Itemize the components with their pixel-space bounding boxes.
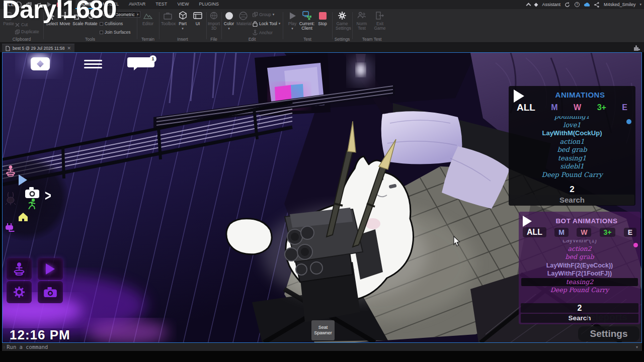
play-icon[interactable] (19, 174, 27, 186)
filter-tab[interactable]: E (622, 103, 627, 112)
ribbon-tab[interactable]: MODEL (99, 0, 122, 9)
animation-item[interactable]: pounding1 (554, 116, 590, 121)
lock-tool-button[interactable]: Lock Tool ▾ (253, 21, 280, 27)
expand-chevron[interactable]: > (45, 187, 51, 205)
animation-item[interactable]: teasing2 (521, 278, 638, 287)
filter-tab[interactable]: ALL (517, 102, 535, 113)
animation-item[interactable]: LayWithF(1) (562, 240, 597, 245)
animation-item[interactable]: love1 (563, 121, 581, 130)
exit-game-button[interactable]: Exit Game (373, 11, 386, 31)
animation-item[interactable]: bed grab (566, 253, 594, 261)
document-tab[interactable]: best 5 @ 29 Jul 2025 11:58 ✕ (2, 44, 74, 52)
animation-item[interactable]: action1 (560, 138, 585, 146)
sync-icon[interactable] (565, 2, 571, 8)
animation-item[interactable]: sidebl1 (560, 162, 584, 171)
current-client-button[interactable]: Current: Client (299, 11, 315, 31)
home-icon[interactable] (18, 212, 29, 222)
toolbox-button[interactable]: Toolbox (161, 11, 174, 26)
animation-item[interactable]: LayWithF(2(EyeCock)) (546, 261, 613, 270)
filter-tab[interactable]: E (624, 228, 636, 237)
filter-tab[interactable]: 3+ (597, 103, 606, 112)
stop-button[interactable]: Stop (316, 11, 329, 26)
undo-icon[interactable] (66, 2, 72, 8)
command-input[interactable]: Run a command (7, 344, 48, 350)
filter-tab[interactable]: M (551, 103, 557, 112)
play-button[interactable]: Play ▾ (286, 11, 299, 31)
select-tool-button[interactable]: Select (45, 11, 58, 26)
move-tool-button[interactable]: Move (58, 11, 71, 26)
filter-tab[interactable]: 3+ (600, 228, 616, 237)
open-icon[interactable] (26, 2, 32, 8)
animation-item[interactable]: LayWithF(2(1FootFJ)) (547, 269, 612, 278)
material-button[interactable]: Material (236, 11, 250, 26)
ribbon-tab[interactable]: PLUGINS (195, 0, 222, 9)
filter-tab[interactable]: M (554, 228, 569, 237)
rotate-tool-button[interactable]: Rotate (85, 11, 98, 26)
search-button[interactable]: Search (510, 195, 634, 205)
group-button[interactable]: Group ▾ (253, 12, 274, 17)
part-caret-icon[interactable]: ▾ (176, 26, 189, 31)
help-icon[interactable]: ? (575, 2, 580, 7)
close-tab-icon[interactable]: ✕ (67, 46, 71, 51)
assistant-button[interactable]: Assistant (542, 2, 560, 7)
import-3d-button[interactable]: Import 3D (207, 11, 220, 31)
new-file-icon[interactable] (16, 2, 22, 8)
animation-item[interactable]: action2 (568, 245, 591, 253)
seat-spawner-label[interactable]: Seat Spawner (311, 320, 335, 340)
filter-tab[interactable]: ALL (523, 227, 546, 237)
norm-test-button[interactable]: Norm Test (355, 11, 368, 31)
scrollbar-thumb[interactable] (626, 119, 631, 124)
animation-item[interactable]: bed grab (557, 146, 587, 154)
ui-button[interactable]: UI (191, 11, 204, 26)
game-settings-button[interactable]: Game Settings (336, 11, 349, 31)
menu-icon[interactable] (84, 60, 102, 70)
collapse-ribbon-icon[interactable] (526, 3, 531, 8)
paste-button[interactable]: Paste (2, 11, 15, 26)
run-icon[interactable] (27, 199, 37, 210)
animation-item[interactable]: teasing1 (558, 154, 586, 163)
animations-quick-button[interactable] (7, 258, 32, 280)
settings-button[interactable]: Settings (578, 326, 639, 341)
roblox-logo-icon[interactable] (31, 57, 50, 72)
play-bot-animation-button[interactable] (523, 216, 532, 227)
join-surfaces-checkbox[interactable]: Join Surfaces (100, 30, 131, 35)
ribbon-tab[interactable]: VIEW (174, 0, 192, 9)
play-icon[interactable] (46, 2, 52, 8)
character-icon[interactable] (6, 165, 16, 176)
animation-item[interactable]: Deep Pound Carry (542, 171, 603, 179)
username[interactable]: M4sked_Smiley (604, 2, 636, 7)
part-button[interactable]: Part ▾ (176, 11, 189, 31)
filter-tab[interactable]: W (577, 228, 591, 237)
user-dropdown-icon[interactable]: ▾ (639, 3, 641, 7)
camera-quick-button[interactable] (38, 281, 63, 303)
plugin-icon[interactable] (633, 44, 640, 53)
chat-icon[interactable]: 1 (127, 57, 154, 72)
play-quick-button[interactable] (38, 258, 63, 280)
cloud-icon[interactable] (584, 2, 590, 8)
ribbon-tab[interactable]: TEST (152, 0, 171, 9)
animation-item[interactable]: LayWithM(CockUp) (542, 129, 602, 138)
game-viewport[interactable]: 1 > 12:16 PM Seat Spawner (2, 52, 642, 343)
ribbon-tab[interactable]: HOME (75, 0, 96, 9)
filter-tab[interactable]: W (574, 103, 581, 112)
color-button[interactable]: Color ▾ (222, 11, 235, 31)
collisions-checkbox[interactable]: Collisions (100, 21, 123, 26)
rabbit-icon[interactable] (5, 192, 17, 206)
color-caret-icon[interactable]: ▾ (222, 26, 235, 31)
cut-button[interactable]: Cut (15, 22, 28, 27)
command-dropdown-icon[interactable]: ▾ (636, 345, 638, 349)
settings-quick-button[interactable] (7, 281, 32, 303)
scrollbar-thumb[interactable] (633, 243, 638, 247)
ribbon-tab[interactable]: AVATAR (125, 0, 149, 9)
duplicate-button[interactable]: Duplicate (15, 29, 39, 34)
anchor-button[interactable]: Anchor (253, 30, 273, 36)
animation-item[interactable]: Deep Pound Carry (550, 286, 609, 295)
drag-handle-icon[interactable]: ⁞ (4, 345, 4, 349)
scale-tool-button[interactable]: Scale (71, 11, 85, 26)
camera-icon[interactable] (25, 187, 40, 199)
file-menu[interactable]: FILE (4, 2, 15, 7)
terrain-editor-button[interactable]: Editor (141, 11, 154, 26)
redo-icon[interactable] (36, 2, 42, 8)
stop-icon[interactable] (56, 2, 62, 8)
plug-icon[interactable] (5, 223, 16, 234)
